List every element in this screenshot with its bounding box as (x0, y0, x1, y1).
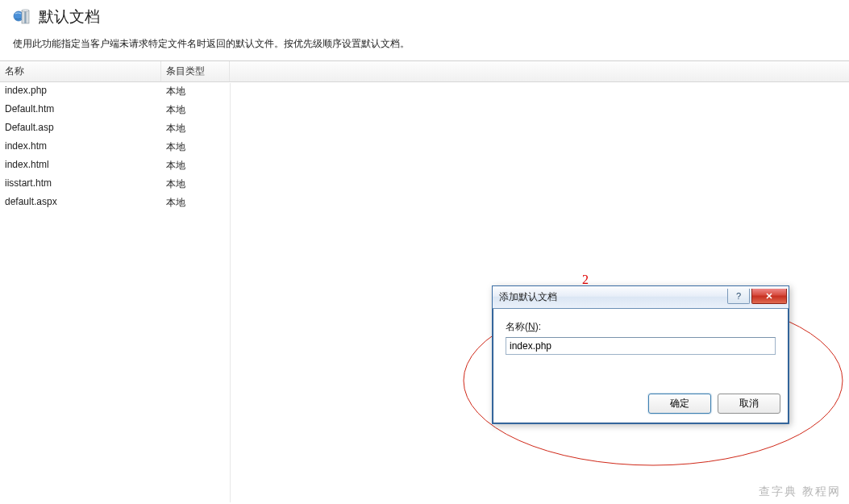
close-icon (764, 292, 775, 300)
dialog-titlebar[interactable]: 添加默认文档 ? (493, 286, 789, 309)
add-default-document-dialog: 添加默认文档 ? 名称(N): 确定 取消 (492, 285, 789, 424)
page-description: 使用此功能指定当客户端未请求特定文件名时返回的默认文件。按优先级顺序设置默认文档… (0, 31, 849, 60)
cell-type: 本地 (161, 138, 230, 156)
cell-type: 本地 (161, 175, 230, 194)
table-row[interactable]: index.php 本地 (0, 82, 849, 101)
page-title: 默认文档 (39, 6, 100, 27)
cell-name: index.html (0, 156, 161, 175)
table-header: 名称 条目类型 (0, 61, 849, 82)
dialog-title-text: 添加默认文档 (499, 290, 557, 304)
cell-name: default.aspx (0, 194, 161, 212)
default-document-icon (13, 7, 32, 27)
name-field-label: 名称(N): (506, 320, 776, 334)
cancel-button[interactable]: 取消 (718, 394, 780, 414)
table-row[interactable]: iisstart.htm 本地 (0, 175, 849, 194)
dialog-help-button[interactable]: ? (727, 289, 750, 304)
default-documents-table: 名称 条目类型 index.php 本地 Default.htm 本地 Defa… (0, 60, 849, 212)
cell-type: 本地 (161, 101, 230, 119)
vertical-divider (230, 83, 231, 502)
watermark: 查字典 教程网 (759, 485, 841, 499)
svg-rect-2 (24, 10, 26, 23)
name-input[interactable] (506, 337, 776, 355)
table-row[interactable]: index.html 本地 (0, 156, 849, 175)
table-row[interactable]: default.aspx 本地 (0, 194, 849, 212)
cell-type: 本地 (161, 194, 230, 212)
help-icon: ? (736, 291, 741, 301)
table-row[interactable]: Default.asp 本地 (0, 119, 849, 138)
cell-type: 本地 (161, 82, 230, 101)
cell-name: Default.htm (0, 101, 161, 119)
table-row[interactable]: index.htm 本地 (0, 138, 849, 156)
cell-name: index.htm (0, 138, 161, 156)
column-header-type[interactable]: 条目类型 (161, 61, 230, 81)
ok-button[interactable]: 确定 (648, 394, 711, 414)
column-header-name[interactable]: 名称 (0, 61, 161, 81)
cell-type: 本地 (161, 156, 230, 175)
cell-name: iisstart.htm (0, 175, 161, 194)
table-row[interactable]: Default.htm 本地 (0, 101, 849, 119)
dialog-close-button[interactable] (751, 289, 787, 304)
page-header: 默认文档 (0, 0, 849, 31)
cell-name: Default.asp (0, 119, 161, 138)
cell-type: 本地 (161, 119, 230, 138)
svg-point-3 (22, 10, 29, 11)
cell-name: index.php (0, 82, 161, 101)
